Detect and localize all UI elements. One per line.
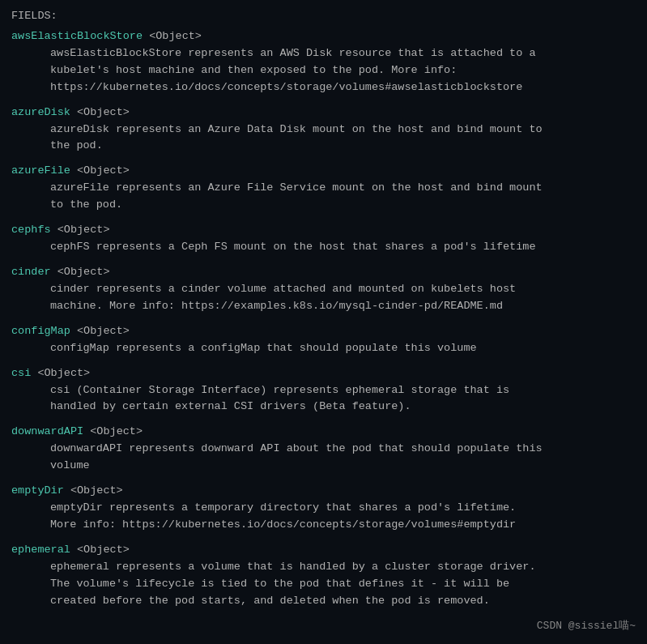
field-block-azureFile: azureFile <Object>azureFile represents a… bbox=[11, 163, 636, 214]
field-type-emptyDir: <Object> bbox=[64, 484, 123, 497]
field-desc-emptyDir: emptyDir represents a temporary director… bbox=[11, 500, 636, 534]
field-type-downwardAPI: <Object> bbox=[83, 425, 143, 437]
field-type-cinder: <Object> bbox=[51, 266, 110, 278]
field-name-line-awsElasticBlockStore: awsElasticBlockStore <Object> bbox=[11, 28, 636, 45]
field-name-configMap: configMap bbox=[11, 325, 70, 337]
field-type-configMap: <Object> bbox=[70, 325, 130, 337]
field-type-cephfs: <Object> bbox=[51, 224, 110, 236]
field-desc-cinder: cinder represents a cinder volume attach… bbox=[11, 281, 636, 315]
field-desc-csi: csi (Container Storage Interface) repres… bbox=[11, 382, 636, 416]
field-name-cephfs: cephfs bbox=[11, 224, 51, 236]
field-name-csi: csi bbox=[11, 367, 31, 379]
terminal-content: FIELDS: awsElasticBlockStore <Object>aws… bbox=[11, 8, 636, 610]
field-desc-configMap: configMap represents a configMap that sh… bbox=[11, 340, 636, 357]
field-block-ephemeral: ephemeral <Object>ephemeral represents a… bbox=[11, 542, 636, 610]
field-type-awsElasticBlockStore: <Object> bbox=[143, 30, 202, 42]
field-block-emptyDir: emptyDir <Object>emptyDir represents a t… bbox=[11, 483, 636, 534]
field-name-ephemeral: ephemeral bbox=[11, 544, 70, 556]
field-name-azureFile: azureFile bbox=[11, 164, 70, 177]
field-name-line-cephfs: cephfs <Object> bbox=[11, 222, 636, 239]
field-block-cinder: cinder <Object>cinder represents a cinde… bbox=[11, 264, 636, 315]
field-type-ephemeral: <Object> bbox=[70, 544, 130, 556]
field-block-downwardAPI: downwardAPI <Object>downwardAPI represen… bbox=[11, 424, 636, 475]
field-name-azureDisk: azureDisk bbox=[11, 106, 70, 118]
field-desc-ephemeral: ephemeral represents a volume that is ha… bbox=[11, 559, 636, 610]
field-block-csi: csi <Object>csi (Container Storage Inter… bbox=[11, 365, 636, 416]
field-name-line-csi: csi <Object> bbox=[11, 365, 636, 382]
field-name-line-configMap: configMap <Object> bbox=[11, 323, 636, 340]
field-block-configMap: configMap <Object>configMap represents a… bbox=[11, 323, 636, 357]
field-desc-azureFile: azureFile represents an Azure File Servi… bbox=[11, 180, 636, 214]
field-name-line-ephemeral: ephemeral <Object> bbox=[11, 542, 636, 559]
field-name-downwardAPI: downwardAPI bbox=[11, 425, 83, 437]
field-desc-azureDisk: azureDisk represents an Azure Data Disk … bbox=[11, 122, 636, 156]
field-type-azureFile: <Object> bbox=[70, 164, 130, 177]
field-desc-cephfs: cephFS represents a Ceph FS mount on the… bbox=[11, 239, 636, 256]
watermark: CSDN @sissiel喵~ bbox=[537, 618, 636, 634]
field-name-line-azureDisk: azureDisk <Object> bbox=[11, 104, 636, 122]
field-name-line-azureFile: azureFile <Object> bbox=[11, 163, 636, 180]
field-name-line-downwardAPI: downwardAPI <Object> bbox=[11, 424, 636, 441]
field-name-cinder: cinder bbox=[11, 266, 51, 278]
field-block-awsElasticBlockStore: awsElasticBlockStore <Object>awsElasticB… bbox=[11, 28, 636, 96]
field-name-line-emptyDir: emptyDir <Object> bbox=[11, 483, 636, 500]
field-block-cephfs: cephfs <Object>cephFS represents a Ceph … bbox=[11, 222, 636, 256]
fields-header: FIELDS: bbox=[11, 8, 636, 25]
field-name-awsElasticBlockStore: awsElasticBlockStore bbox=[11, 30, 143, 42]
field-desc-downwardAPI: downwardAPI represents downward API abou… bbox=[11, 441, 636, 475]
field-name-line-cinder: cinder <Object> bbox=[11, 264, 636, 281]
field-desc-awsElasticBlockStore: awsElasticBlockStore represents an AWS D… bbox=[11, 45, 636, 96]
field-type-csi: <Object> bbox=[31, 367, 90, 379]
field-type-azureDisk: <Object> bbox=[70, 106, 130, 118]
field-block-azureDisk: azureDisk <Object>azureDisk represents a… bbox=[11, 104, 636, 156]
field-name-emptyDir: emptyDir bbox=[11, 484, 64, 497]
